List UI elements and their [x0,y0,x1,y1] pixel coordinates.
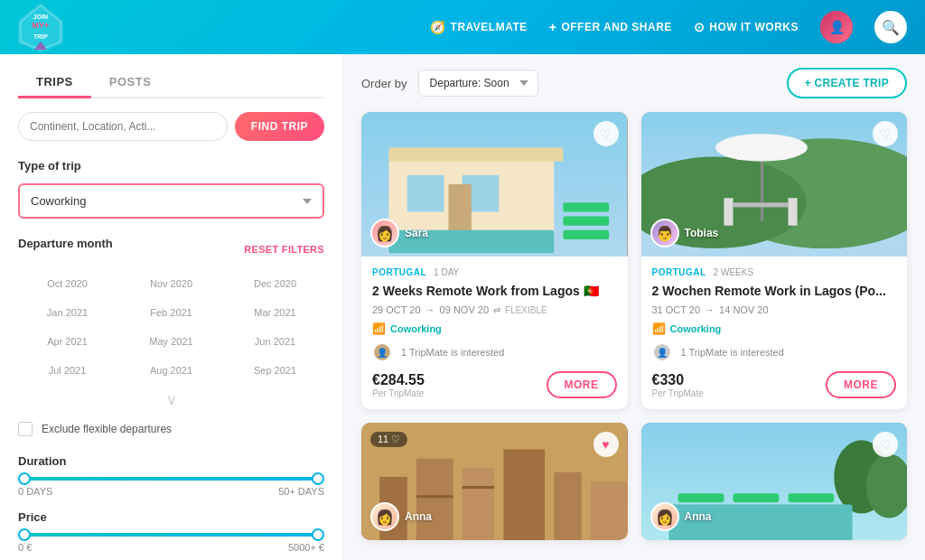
duration-slider-track[interactable] [18,477,324,481]
month-aug-2021[interactable]: Aug 2021 [122,359,220,382]
tab-trips[interactable]: TRIPS [18,68,91,98]
card-1-title: 2 Weeks Remote Work from Lagos 🇵🇹 [372,283,617,299]
card-2-interested: 👤 1 TripMate is interested [652,342,897,362]
svg-rect-15 [563,230,609,239]
card-2-organizer-name: Tobias [685,227,719,239]
card-2-country: PORTUGAL [652,267,706,277]
card-2-interested-avatars: 👤 [652,342,667,362]
card-1-body: PORTUGAL 1 DAY 2 Weeks Remote Work from … [361,257,628,409]
svg-rect-22 [724,198,733,225]
card-4-image: ♡ 👩 Anna [641,423,908,540]
svg-rect-27 [462,468,495,540]
card-2-price-block: €330 Per TripMate [652,372,704,398]
card-4-heart-button[interactable]: ♡ [873,432,898,457]
find-trip-button[interactable]: FIND TRIP [235,112,324,141]
card-3-heart-button[interactable]: ♥ [593,432,619,457]
card-2-title: 2 Wochen Remote Work in Lagos (Po... [652,283,897,299]
flexible-checkbox[interactable] [18,422,33,436]
logo[interactable]: JOIN MY+ TRIP [18,3,63,52]
month-jan-2021[interactable]: Jan 2021 [18,301,117,324]
price-slider-handle-right[interactable] [312,528,324,541]
svg-rect-28 [503,450,545,541]
card-1-footer: €284.55 Per TripMate MORE [372,371,617,398]
search-input[interactable] [18,112,228,141]
price-slider-track[interactable] [18,533,324,537]
card-1-organizer: 👩 Sara [370,219,428,247]
price-slider-labels: 0 € 5000+ € [18,542,324,553]
card-3-badge: 11 ♡ [370,432,407,447]
duration-slider-handle-right[interactable] [312,472,324,485]
svg-rect-23 [788,198,797,225]
flexible-label: Exclude flexible departures [42,423,172,435]
main-container: TRIPS POSTS FIND TRIP Type of trip Cowor… [0,54,925,560]
departure-month-section: Departure month RESET FILTERS Oct 2020 N… [18,237,324,408]
how-it-works-label: HOW IT WORKS [709,21,799,33]
wifi-icon-2: 📶 [652,322,666,335]
user-avatar[interactable]: 👤 [820,11,853,43]
card-1-price: €284.55 [372,372,425,388]
nav-how-it-works[interactable]: ⊙ HOW IT WORKS [694,20,799,34]
create-trip-button[interactable]: + CREATE TRIP [787,68,907,98]
trip-card-3: 11 ♡ ♥ 👩 Anna [361,423,628,540]
type-of-trip-select[interactable]: Coworking All Adventure Cultural Beach [18,183,324,219]
month-oct-2020[interactable]: Oct 2020 [18,272,117,295]
duration-slider-labels: 0 DAYS 50+ DAYS [18,486,324,497]
card-2-body: PORTUGAL 2 WEEKS 2 Wochen Remote Work in… [641,257,908,409]
month-may-2021[interactable]: May 2021 [122,330,220,353]
card-2-dates: 31 OCT 20 → 14 NOV 20 [652,304,897,315]
order-select[interactable]: Departure: Soon Price: Low Price: High [418,70,538,97]
price-slider-handle-left[interactable] [18,528,31,541]
card-2-meta: PORTUGAL 2 WEEKS [652,267,897,277]
how-it-works-icon: ⊙ [694,20,705,34]
svg-rect-13 [563,202,609,211]
card-3-organizer: 👩 Anna [370,502,432,531]
card-1-interested-avatars: 👤 [372,342,387,362]
card-1-duration: 1 DAY [434,267,459,277]
card-1-organizer-name: Sara [405,227,428,239]
card-2-footer: €330 Per TripMate MORE [652,371,897,398]
card-2-image: ♡ 👨 Tobias [641,112,908,257]
card-1-interested: 👤 1 TripMate is interested [372,342,617,362]
header: JOIN MY+ TRIP 🧭 TRAVELMATE + OFFER AND S… [0,0,925,54]
reset-filters-button[interactable]: RESET FILTERS [244,244,324,255]
svg-point-20 [715,134,808,161]
tab-posts[interactable]: POSTS [91,68,170,98]
card-1-interested-text: 1 TripMate is interested [401,347,504,358]
type-of-trip-label: Type of trip [18,159,324,173]
flexible-row: Exclude flexible departures [18,422,324,436]
month-apr-2021[interactable]: Apr 2021 [18,330,117,353]
svg-rect-14 [563,217,609,226]
card-1-heart-button[interactable]: ♡ [593,121,619,146]
interested-avatar-2: 👤 [652,342,672,362]
nav-links: 🧭 TRAVELMATE + OFFER AND SHARE ⊙ HOW IT … [430,11,907,43]
duration-slider-handle-left[interactable] [18,472,31,485]
month-dec-2020[interactable]: Dec 2020 [226,272,324,295]
month-jun-2021[interactable]: Jun 2021 [226,330,324,353]
card-2-interested-text: 1 TripMate is interested [681,347,784,358]
card-1-type: 📶 Coworking [372,322,617,335]
card-2-heart-button[interactable]: ♡ [873,121,898,146]
svg-rect-31 [416,495,453,498]
month-sep-2021[interactable]: Sep 2021 [226,359,324,382]
svg-rect-29 [554,472,581,540]
card-1-per: Per TripMate [372,388,425,398]
duration-label: Duration [18,454,324,468]
month-feb-2021[interactable]: Feb 2021 [122,301,220,324]
tab-bar: TRIPS POSTS [18,68,324,98]
svg-text:MY+: MY+ [33,21,50,30]
show-more-months-button[interactable]: ∨ [18,391,324,408]
nav-offer-share[interactable]: + OFFER AND SHARE [549,20,672,34]
card-2-organizer: 👨 Tobias [650,219,719,247]
card-2-more-button[interactable]: MORE [826,371,896,398]
search-button[interactable]: 🔍 [874,11,907,43]
order-label: Order by [361,77,407,90]
nav-travelmate[interactable]: 🧭 TRAVELMATE [430,20,528,34]
logo-icon: JOIN MY+ TRIP [18,3,63,52]
sidebar: TRIPS POSTS FIND TRIP Type of trip Cowor… [0,54,343,560]
card-3-organizer-name: Anna [405,510,432,523]
card-1-more-button[interactable]: MORE [547,371,617,398]
month-mar-2021[interactable]: Mar 2021 [226,301,324,324]
month-nov-2020[interactable]: Nov 2020 [122,272,220,295]
month-jul-2021[interactable]: Jul 2021 [18,359,117,382]
card-4-organizer-name: Anna [685,510,712,523]
